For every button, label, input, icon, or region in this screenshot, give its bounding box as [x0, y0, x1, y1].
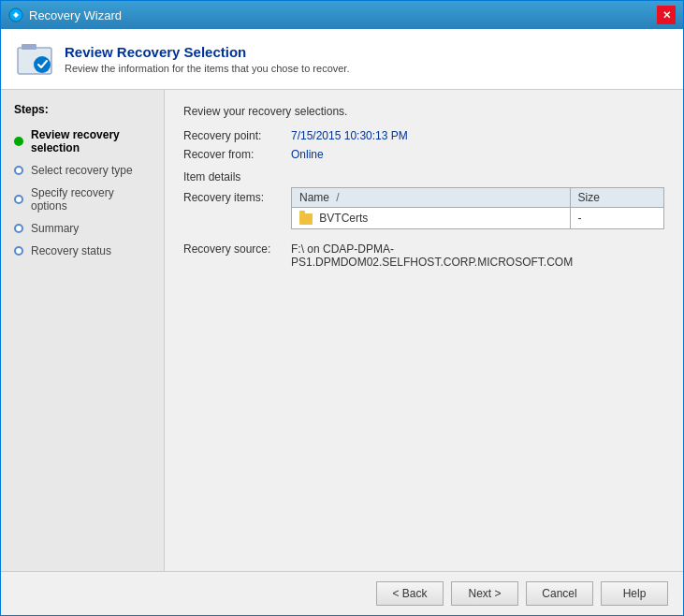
sidebar-item-specify-options[interactable]: Specify recovery options	[1, 182, 164, 217]
close-button[interactable]: ✕	[657, 6, 676, 24]
main-panel: Review your recovery selections. Recover…	[165, 90, 683, 571]
title-bar: Recovery Wizard ✕	[1, 1, 683, 29]
title-bar-left: Recovery Wizard	[8, 7, 122, 22]
folder-icon	[299, 213, 313, 225]
window-title: Recovery Wizard	[29, 8, 122, 22]
svg-point-3	[34, 56, 51, 73]
sidebar-item-label-summary: Summary	[31, 222, 79, 235]
recovery-point-value: 7/15/2015 10:30:13 PM	[291, 129, 408, 142]
header-title: Review Recovery Selection	[65, 44, 349, 60]
help-button[interactable]: Help	[601, 581, 668, 606]
recovery-point-row: Recovery point: 7/15/2015 10:30:13 PM	[183, 129, 664, 142]
col-header-name[interactable]: Name /	[292, 188, 570, 208]
recover-from-label: Recover from:	[183, 148, 291, 161]
sidebar-item-status[interactable]: Recovery status	[1, 240, 164, 262]
step-dot-select-type	[14, 166, 23, 175]
footer: < Back Next > Cancel Help	[1, 571, 683, 615]
sidebar-item-label-select-type: Select recovery type	[31, 164, 133, 177]
step-dot-summary	[14, 224, 23, 233]
recovery-point-label: Recovery point:	[183, 129, 291, 142]
recovery-source-row: Recovery source: F:\ on CDAP-DPMA-PS1.DP…	[183, 242, 664, 269]
content-area: Steps: Review recovery selection Select …	[1, 90, 683, 571]
sidebar-item-label-status: Recovery status	[31, 244, 111, 257]
recovery-items-row: Recovery items: Name / Size	[183, 187, 664, 229]
steps-label: Steps:	[1, 103, 164, 116]
window-icon	[8, 7, 23, 22]
header-subtitle: Review the information for the items tha…	[65, 63, 349, 74]
table-row: BVTCerts -	[292, 208, 663, 229]
back-button[interactable]: < Back	[376, 581, 444, 606]
recovery-source-label: Recovery source:	[183, 242, 291, 256]
sidebar-item-summary[interactable]: Summary	[1, 217, 164, 240]
step-dot-specify-options	[14, 195, 23, 204]
table-cell-size: -	[570, 208, 663, 229]
main-intro: Review your recovery selections.	[183, 105, 664, 118]
header-icon	[16, 40, 53, 78]
item-details-label: Item details	[183, 170, 664, 183]
step-dot-status	[14, 246, 23, 256]
item-name: BVTCerts	[319, 212, 368, 225]
header-section: Review Recovery Selection Review the inf…	[1, 29, 683, 90]
items-table: Name / Size	[292, 188, 663, 228]
cancel-button[interactable]: Cancel	[526, 581, 593, 606]
svg-rect-2	[22, 44, 36, 50]
recovery-items-label: Recovery items:	[183, 187, 291, 204]
items-table-container: Name / Size	[291, 187, 664, 229]
step-dot-review	[14, 137, 23, 146]
recovery-wizard-window: Recovery Wizard ✕ Review Recovery Select…	[0, 0, 684, 616]
col-header-size[interactable]: Size	[570, 188, 663, 208]
sidebar-item-label-specify-options: Specify recovery options	[31, 186, 151, 213]
sidebar-item-review[interactable]: Review recovery selection	[1, 124, 164, 159]
recover-from-row: Recover from: Online	[183, 148, 664, 161]
next-button[interactable]: Next >	[451, 581, 518, 606]
recovery-source-value: F:\ on CDAP-DPMA-PS1.DPMDOM02.SELFHOST.C…	[291, 242, 664, 269]
sidebar: Steps: Review recovery selection Select …	[1, 90, 165, 571]
sidebar-item-label-review: Review recovery selection	[31, 128, 151, 154]
header-text: Review Recovery Selection Review the inf…	[65, 44, 349, 74]
table-header-row: Name / Size	[292, 188, 663, 208]
table-cell-name: BVTCerts	[292, 208, 570, 229]
recover-from-value: Online	[291, 148, 324, 161]
sidebar-item-select-type[interactable]: Select recovery type	[1, 159, 164, 182]
